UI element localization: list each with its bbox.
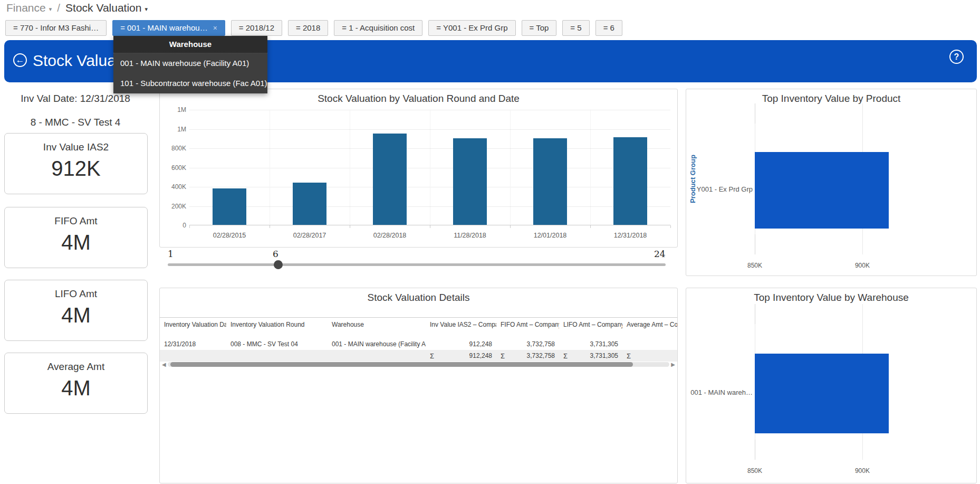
axis-tick <box>755 440 755 460</box>
x-axis-line <box>189 225 670 225</box>
filter-chip-label: = 770 - Infor M3 Fashi… <box>13 23 99 32</box>
product-chart-plot <box>755 103 974 254</box>
gridline <box>510 110 511 225</box>
y-axis-tick-label: 800K <box>162 145 186 152</box>
dropdown-item[interactable]: 001 - MAIN warehouse (Facility A01) <box>113 53 267 73</box>
breadcrumb-separator: / <box>57 2 60 14</box>
axis-tick <box>430 225 430 228</box>
slider-value-label: 6 <box>273 249 278 259</box>
filter-chip[interactable]: = 1 - Acquisition cost <box>334 20 422 36</box>
cell-fifo-amt: 3,732,758 <box>496 340 559 348</box>
chevron-down-icon: ▾ <box>145 6 148 13</box>
close-icon[interactable]: × <box>213 24 217 32</box>
sigma-icon: Σ <box>627 352 631 360</box>
back-icon[interactable]: ← <box>13 53 27 67</box>
breadcrumb-page[interactable]: Stock Valuation ▾ <box>65 2 148 14</box>
summary-cell-average: Σ <box>622 352 677 360</box>
scrollbar-thumb[interactable] <box>170 362 633 367</box>
scroll-left-icon[interactable]: ◀ <box>162 362 166 367</box>
filter-chip-label: = Y001 - Ex Prd Grp <box>436 23 507 32</box>
breadcrumb-page-label: Stock Valuation <box>65 2 141 14</box>
breadcrumb: Finance ▾ / Stock Valuation ▾ <box>6 2 148 14</box>
axis-tick <box>755 103 755 124</box>
chart-bar[interactable] <box>755 152 889 229</box>
gridline <box>350 110 350 225</box>
axis-tick <box>590 225 591 228</box>
cell-warehouse: 001 - MAIN warehouse (Facility A01) <box>328 340 426 348</box>
chart-title: Top Inventory Value by Warehouse <box>686 292 976 303</box>
chart-bar[interactable] <box>373 134 407 225</box>
axis-tick <box>510 225 511 228</box>
chart-bar[interactable] <box>755 354 889 433</box>
summary-cell-lifo: Σ 3,731,305 <box>559 352 622 360</box>
x-axis-tick-label: 850K <box>747 467 762 474</box>
slider-track[interactable] <box>168 263 666 266</box>
filter-chip[interactable]: = 5 <box>562 20 589 36</box>
x-axis-tick-label: 12/01/2018 <box>510 232 590 239</box>
x-axis-tick-label: 900K <box>855 467 870 474</box>
y-axis-tick-label: 1M <box>162 106 186 113</box>
filter-chip-label: = 6 <box>603 23 614 32</box>
cell-lifo-amt: 3,731,305 <box>559 340 622 348</box>
kpi-value: 4M <box>5 231 147 254</box>
y-axis-tick-label: 0 <box>162 222 186 229</box>
breadcrumb-section[interactable]: Finance ▾ <box>6 2 52 14</box>
chart-bar[interactable] <box>213 188 246 225</box>
filter-chip[interactable]: = 770 - Infor M3 Fashi… <box>5 20 107 36</box>
scroll-right-icon[interactable]: ▶ <box>671 362 675 367</box>
x-axis-tick-label: 11/28/2018 <box>430 232 510 239</box>
cell-inventory-valuation-date: 12/31/2018 <box>160 340 226 348</box>
slider-handle[interactable] <box>274 260 283 269</box>
slider-max-label: 24 <box>654 249 666 259</box>
breadcrumb-section-label: Finance <box>6 2 46 14</box>
chart-bar[interactable] <box>533 138 567 225</box>
filter-chip-label: = 001 - MAIN warehou… <box>120 21 208 35</box>
sigma-icon: Σ <box>430 352 434 360</box>
filter-chip[interactable]: = 2018/12 <box>231 20 282 36</box>
column-header: Inventory Valuation Date <box>160 318 226 339</box>
axis-tick <box>670 225 671 228</box>
filter-chip[interactable]: = 6 <box>595 20 622 36</box>
table-row[interactable]: 12/31/2018 008 - MMC - SV Test 04 001 - … <box>160 338 677 350</box>
panel-top-inventory-by-warehouse: Top Inventory Value by Warehouse 850K900… <box>686 288 977 483</box>
x-axis-tick-label: 900K <box>855 262 870 269</box>
dropdown-title: Warehouse <box>113 36 267 53</box>
chart-bar[interactable] <box>453 138 487 225</box>
column-header: Inv Value IAS2 – Company <box>426 318 496 339</box>
filter-bar: = 770 - Infor M3 Fashi…= 001 - MAIN ware… <box>5 20 622 36</box>
column-header: FIFO Amt – Company <box>496 318 559 339</box>
panel-stock-valuation-details: Stock Valuation Details Inventory Valuat… <box>159 288 678 483</box>
filter-chip[interactable]: = Y001 - Ex Prd Grp <box>428 20 515 36</box>
filter-chip[interactable]: = Top <box>522 20 557 36</box>
sigma-icon: Σ <box>501 352 505 360</box>
kpi-value: 912K <box>5 157 147 181</box>
axis-tick <box>755 234 755 254</box>
help-icon[interactable]: ? <box>949 50 964 64</box>
kpi-value: 4M <box>5 376 147 400</box>
axis-tick <box>755 304 755 324</box>
gridline <box>270 110 270 225</box>
y-axis-tick-label: 1M <box>162 126 186 133</box>
filter-chip-label: = 5 <box>570 23 581 32</box>
kpi-card-lifo-amt: LIFO Amt 4M <box>4 280 148 341</box>
x-axis-tick-label: 12/31/2018 <box>590 232 670 239</box>
horizontal-scrollbar: ◀ ▶ <box>162 362 675 368</box>
category-label: 001 - MAIN wareh… <box>686 388 753 396</box>
chart-bar[interactable] <box>613 137 647 225</box>
table-title: Stock Valuation Details <box>160 292 677 303</box>
y-axis-tick-label: 200K <box>162 203 186 210</box>
dashboard-canvas: Finance ▾ / Stock Valuation ▾ = 770 - In… <box>0 0 980 484</box>
summary-value: 3,732,758 <box>527 352 555 359</box>
chart-bar[interactable] <box>293 183 326 225</box>
dropdown-item[interactable]: 101 - Subcontractor warehouse (Fac A01) <box>113 73 267 93</box>
filter-chip[interactable]: = 001 - MAIN warehou…× <box>112 20 225 36</box>
filter-chip[interactable]: = 2018 <box>288 20 328 36</box>
filter-chip-label: = 2018/12 <box>239 23 274 32</box>
x-axis-tick-label: 02/28/2015 <box>189 232 270 239</box>
filter-chip-label: = Top <box>530 23 549 32</box>
y-axis-tick-label: 400K <box>162 183 186 191</box>
kpi-card-inv-value-ias2: Inv Value IAS2 912K <box>4 133 148 194</box>
main-chart-plot <box>189 110 670 225</box>
kpi-label: LIFO Amt <box>5 288 147 300</box>
x-axis-tick-label: 02/28/2018 <box>350 232 430 239</box>
